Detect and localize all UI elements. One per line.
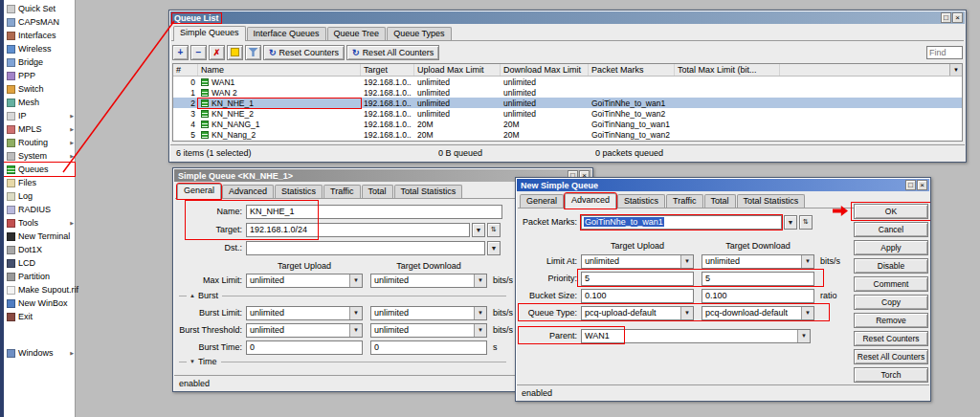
spinner-button[interactable]: ⇅ bbox=[487, 223, 501, 237]
dropdown-button[interactable]: ▼ bbox=[801, 307, 813, 319]
burst-threshold-upload-field[interactable]: unlimited▼ bbox=[246, 323, 363, 338]
tab[interactable]: Statistics bbox=[275, 185, 323, 198]
queue-type-download-field[interactable]: pcq-download-default▼ bbox=[702, 306, 814, 320]
reset-counters-button[interactable]: Reset Counters bbox=[854, 331, 928, 346]
sidebar-item[interactable]: New WinBox ▶ bbox=[4, 296, 75, 310]
tab[interactable]: Traffic bbox=[323, 185, 361, 198]
max-limit-download-field[interactable]: unlimited▼ bbox=[370, 274, 487, 288]
tab[interactable]: Simple Queues bbox=[173, 26, 246, 41]
table-header-cell[interactable]: Upload Max Limit bbox=[414, 64, 501, 76]
dropdown-button[interactable]: ▼ bbox=[680, 255, 693, 268]
dropdown-button[interactable]: ▼ bbox=[474, 274, 486, 287]
bucket-size-download-field[interactable] bbox=[702, 289, 814, 303]
remove-button[interactable]: Remove bbox=[854, 313, 928, 328]
dropdown-button[interactable]: ▼ bbox=[349, 274, 362, 287]
burst-threshold-download-field[interactable]: unlimited▼ bbox=[370, 323, 487, 338]
sidebar-item[interactable]: LCD ▶ bbox=[4, 256, 75, 270]
table-header-cell[interactable] bbox=[780, 64, 962, 76]
tab[interactable]: Interface Queues bbox=[247, 27, 326, 40]
remove-button[interactable]: − bbox=[190, 45, 207, 60]
sidebar-item[interactable]: Queues ▶ bbox=[4, 163, 75, 176]
burst-time-upload-field[interactable] bbox=[246, 340, 363, 355]
table-row[interactable]: 0 WAN1 192.168.1.0.. unlimited unlimited bbox=[173, 77, 962, 87]
table-header-cell[interactable]: Name bbox=[198, 64, 361, 76]
close-button[interactable]: × bbox=[952, 12, 963, 23]
window-titlebar[interactable]: New Simple Queue □ × bbox=[517, 179, 929, 191]
sidebar-item[interactable]: Files ▶ bbox=[4, 176, 75, 189]
sidebar-item[interactable]: Make Supout.rif ▶ bbox=[4, 283, 75, 296]
table-row[interactable]: 1 WAN 2 192.168.1.0.. unlimited unlimite… bbox=[173, 87, 962, 98]
limit-at-download-field[interactable]: unlimited▼ bbox=[702, 254, 814, 269]
tab[interactable]: General bbox=[520, 194, 564, 208]
tab[interactable]: General bbox=[177, 184, 221, 199]
sidebar-item[interactable]: Switch ▶ bbox=[4, 82, 75, 96]
add-button[interactable]: + bbox=[172, 45, 189, 60]
maximize-button[interactable]: □ bbox=[905, 180, 916, 190]
table-row[interactable]: 4 KN_NANG_1 192.168.1.0.. 20M 20M GoiTin… bbox=[173, 119, 962, 129]
sidebar-item[interactable]: PPP ▶ bbox=[4, 69, 75, 82]
reset-counters-button[interactable]: ↻ Reset Counters bbox=[263, 45, 345, 60]
sort-dropdown-button[interactable]: ▼ bbox=[949, 64, 962, 76]
sidebar-item[interactable]: CAPsMAN ▶ bbox=[4, 15, 75, 29]
dropdown-button[interactable]: ▼ bbox=[349, 324, 362, 337]
table-row[interactable]: 3 KN_NHE_2 192.168.1.0.. unlimited unlim… bbox=[173, 108, 962, 119]
sidebar-item[interactable]: Wireless ▶ bbox=[4, 42, 75, 55]
sidebar-item[interactable]: MPLS ▶ bbox=[4, 122, 75, 136]
dropdown-button[interactable]: ▼ bbox=[474, 324, 486, 337]
tab[interactable]: Total Statistics bbox=[394, 185, 463, 198]
sidebar-item[interactable]: Mesh ▶ bbox=[4, 96, 75, 109]
dropdown-button[interactable]: ▼ bbox=[784, 215, 797, 230]
dropdown-button[interactable]: ▼ bbox=[472, 223, 485, 237]
sidebar-item[interactable]: Exit ▶ bbox=[4, 310, 75, 323]
table-row[interactable]: 2 KN_NHE_1 192.168.1.0.. unlimited unlim… bbox=[173, 98, 962, 108]
sidebar-item[interactable]: Bridge ▶ bbox=[4, 55, 75, 69]
table-header-cell[interactable]: Packet Marks bbox=[589, 64, 675, 76]
bucket-size-upload-field[interactable] bbox=[581, 289, 694, 303]
sidebar-item[interactable]: Dot1X ▶ bbox=[4, 243, 75, 256]
cancel-button[interactable]: Cancel bbox=[854, 222, 928, 237]
apply-button[interactable]: Apply bbox=[854, 240, 928, 255]
sidebar-item-windows[interactable]: Windows ▶ bbox=[4, 346, 75, 360]
tab[interactable]: Total bbox=[362, 185, 393, 198]
dropdown-button[interactable]: ▼ bbox=[474, 307, 486, 319]
parent-field[interactable]: WAN1▼ bbox=[581, 329, 811, 343]
table-row[interactable]: 5 KN_Nang_2 192.168.1.0.. 20M 20M GoiTin… bbox=[173, 129, 962, 140]
tab[interactable]: Advanced bbox=[565, 193, 616, 208]
tab[interactable]: Queue Tree bbox=[327, 27, 387, 40]
tab[interactable]: Total bbox=[704, 194, 736, 208]
sidebar-item[interactable]: Tools ▶ bbox=[4, 216, 75, 230]
tab[interactable]: Traffic bbox=[666, 194, 703, 208]
table-header-cell[interactable]: Download Max Limit bbox=[501, 64, 589, 76]
burst-limit-upload-field[interactable]: unlimited▼ bbox=[246, 306, 363, 320]
dropdown-button[interactable]: ▼ bbox=[801, 255, 813, 268]
max-limit-upload-field[interactable]: unlimited▼ bbox=[246, 274, 363, 288]
ok-button[interactable]: OK bbox=[854, 204, 928, 219]
sidebar-item[interactable]: Quick Set ▶ bbox=[4, 2, 75, 15]
reset-all-counters-button[interactable]: Reset All Counters bbox=[854, 349, 928, 364]
close-button[interactable]: × bbox=[917, 180, 927, 190]
dst-field[interactable] bbox=[246, 241, 485, 255]
sidebar-item[interactable]: RADIUS ▶ bbox=[4, 203, 75, 216]
table-header-cell[interactable]: Target bbox=[361, 64, 414, 76]
dropdown-button[interactable]: ▼ bbox=[797, 330, 810, 342]
sidebar-item[interactable]: Log ▶ bbox=[4, 189, 75, 203]
disable-button[interactable]: ✗ bbox=[209, 45, 225, 60]
sidebar-item[interactable]: IP ▶ bbox=[4, 109, 75, 122]
tab[interactable]: Total Statistics bbox=[737, 194, 806, 208]
burst-section-toggle[interactable]: ▲ Burst bbox=[179, 291, 506, 300]
dropdown-button[interactable]: ▼ bbox=[487, 241, 501, 255]
spinner-button[interactable]: ⇅ bbox=[799, 215, 813, 230]
burst-limit-download-field[interactable]: unlimited▼ bbox=[370, 306, 487, 320]
copy-button[interactable]: Copy bbox=[854, 295, 928, 310]
tab[interactable]: Queue Types bbox=[387, 27, 451, 40]
reset-all-counters-button[interactable]: ↻ Reset All Counters bbox=[346, 45, 439, 60]
packet-marks-field[interactable]: GoiTinNhe_to_wan1 bbox=[581, 215, 782, 230]
priority-download-field[interactable] bbox=[702, 272, 814, 286]
table-header-cell[interactable]: Total Max Limit (bit... bbox=[675, 64, 780, 76]
priority-upload-field[interactable] bbox=[581, 272, 694, 286]
queue-type-upload-field[interactable]: pcq-upload-default▼ bbox=[581, 306, 694, 320]
sidebar-item[interactable]: Routing ▶ bbox=[4, 136, 75, 149]
comment-button[interactable] bbox=[227, 45, 243, 60]
find-input[interactable] bbox=[926, 46, 963, 59]
sidebar-item[interactable]: Partition ▶ bbox=[4, 270, 75, 283]
